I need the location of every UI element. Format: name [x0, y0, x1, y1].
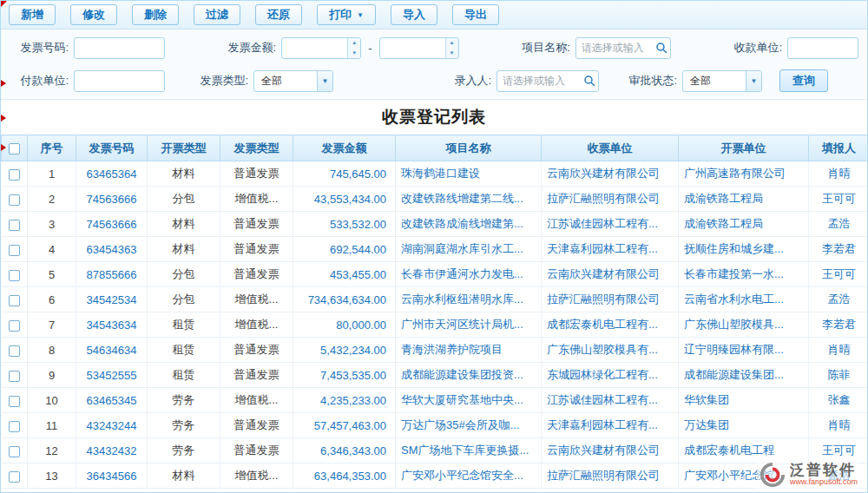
row-checkbox-cell — [2, 187, 28, 212]
filter-button[interactable]: 过滤 — [194, 4, 240, 25]
invoice-number-link[interactable]: 53452555 — [87, 369, 137, 382]
invoice-number-link[interactable]: 43432432 — [87, 444, 137, 457]
invoice-number-link[interactable]: 34543634 — [87, 319, 137, 332]
invoice-number-link[interactable]: 63465345 — [87, 394, 137, 407]
column-header-2[interactable]: 开票类型 — [148, 135, 220, 161]
table-row[interactable]: 953452555租赁普通发票7,453,535.00成都能源建设集团投资...… — [2, 363, 868, 388]
invoice-number-link[interactable]: 63465364 — [87, 168, 137, 181]
amount-max-spin-buttons[interactable]: ▲▼ — [445, 38, 458, 58]
edit-button[interactable]: 修改 — [70, 4, 117, 25]
table-row[interactable]: 1336434566材料增值税...63,464,353.00广安邓小平纪念馆安… — [2, 463, 868, 489]
row-checkbox[interactable] — [9, 270, 20, 281]
cell-billing-type: 材料 — [148, 237, 220, 262]
cell-invoice-type: 普通发票 — [220, 338, 293, 363]
restore-button[interactable]: 还原 — [255, 4, 302, 25]
cell-invoice-type: 普通发票 — [220, 237, 293, 262]
invoice-number-link[interactable]: 74563666 — [87, 218, 137, 231]
row-checkbox[interactable] — [9, 446, 20, 457]
row-checkbox-cell — [2, 338, 28, 363]
search-icon[interactable] — [655, 42, 667, 54]
approval-status-select[interactable]: 全部 ▼ — [682, 70, 762, 92]
cell-amount: 5,432,234.00 — [293, 338, 396, 363]
table-row[interactable]: 274563666分包增值税...43,553,434.00改建铁路线增建第二线… — [2, 187, 868, 212]
chevron-down-icon[interactable]: ▼ — [746, 71, 761, 91]
row-checkbox[interactable] — [9, 245, 20, 256]
search-icon[interactable] — [583, 75, 595, 87]
amount-min-spin-buttons[interactable]: ▲▼ — [347, 38, 360, 58]
row-checkbox-cell — [2, 463, 28, 489]
row-checkbox[interactable] — [9, 345, 20, 357]
column-header-3[interactable]: 发票类型 — [220, 135, 293, 161]
row-checkbox[interactable] — [9, 320, 20, 332]
row-checkbox-cell — [2, 287, 28, 312]
column-header-1[interactable]: 发票号码 — [76, 135, 148, 161]
cell-amount: 57,457,463.00 — [293, 413, 396, 438]
export-button[interactable]: 导出 — [452, 4, 499, 25]
row-checkbox[interactable] — [9, 396, 20, 407]
cell-amount: 692,544.00 — [293, 237, 396, 262]
table-row[interactable]: 463454363材料普通发票692,544.00湖南洞庭湖水库引水工...天津… — [2, 237, 868, 262]
invoice-number-link[interactable]: 87855666 — [87, 268, 137, 281]
invoice-type-label: 发票类型: — [189, 73, 248, 89]
spin-up-icon[interactable]: ▲ — [348, 38, 360, 49]
cell-invoice-type: 增值税... — [220, 463, 293, 489]
invoice-number-link[interactable]: 63454363 — [87, 243, 137, 256]
row-checkbox[interactable] — [9, 220, 20, 231]
table-row[interactable]: 1143243244劳务普通发票57,457,463.00万达广场35#会所及咖… — [2, 413, 868, 438]
table-row[interactable]: 854634634租赁普通发票5,432,234.00青海洪湖养护院项目广东佛山… — [2, 338, 868, 363]
cell-filler: 孟浩 — [809, 212, 868, 237]
cell-invoice-type: 普通发票 — [220, 161, 293, 187]
table-row[interactable]: 163465364材料普通发票745,645.00珠海鹤港口建设云南欣兴建材有限… — [2, 161, 868, 187]
invoice-number-link[interactable]: 54634634 — [87, 344, 137, 357]
invoice-number-link[interactable]: 74563666 — [87, 193, 137, 206]
pay-unit-input[interactable] — [74, 70, 165, 92]
dropdown-caret-icon[interactable]: ▼ — [357, 11, 364, 19]
button-label: 修改 — [82, 7, 105, 23]
column-header-6[interactable]: 收票单位 — [542, 135, 679, 161]
row-checkbox[interactable] — [9, 371, 20, 382]
table-row[interactable]: 587855666分包普通发票453,455.00长春市伊通河水力发电...云南… — [2, 262, 868, 287]
cell-project: 广州市天河区统计局机... — [396, 312, 542, 338]
invoice-number-link[interactable]: 43243244 — [87, 419, 137, 432]
row-checkbox-cell — [2, 413, 28, 438]
table-row[interactable]: 374563666材料普通发票533,532.00改建铁路成渝线增建第...江苏… — [2, 212, 868, 237]
table-row[interactable]: 1243432432劳务普通发票6,346,343.00SM广场地下车库更换摄.… — [2, 438, 868, 463]
cell-issuer: 广东佛山塑胶模具... — [679, 312, 809, 338]
cell-billing-type: 分包 — [148, 287, 220, 312]
cell-amount: 4,235,233.00 — [293, 388, 396, 413]
row-checkbox[interactable] — [9, 421, 20, 432]
row-checkbox[interactable] — [9, 471, 20, 483]
cell-invoice-number: 63465364 — [76, 161, 148, 187]
invoice-number-link[interactable]: 36434566 — [87, 470, 137, 483]
query-button[interactable]: 查询 — [779, 69, 828, 92]
delete-button[interactable]: 删除 — [132, 4, 179, 25]
cell-project: 青海洪湖养护院项目 — [396, 338, 542, 363]
column-header-7[interactable]: 开票单位 — [679, 135, 809, 161]
receive-unit-input[interactable] — [787, 37, 858, 59]
cell-issuer: 云南省水利水电工... — [679, 287, 809, 312]
spin-down-icon[interactable]: ▼ — [446, 48, 458, 58]
cell-invoice-type: 增值税... — [220, 388, 293, 413]
invoice-number-link[interactable]: 34542534 — [87, 293, 137, 306]
invoice-type-select[interactable]: 全部 ▼ — [253, 70, 333, 92]
column-header-0[interactable]: 序号 — [28, 135, 76, 161]
spin-down-icon[interactable]: ▼ — [348, 48, 360, 58]
cell-filler: 张鑫 — [809, 388, 868, 413]
row-checkbox[interactable] — [9, 295, 20, 306]
column-header-4[interactable]: 发票金额 — [293, 135, 396, 161]
column-header-5[interactable]: 项目名称 — [396, 135, 542, 161]
cell-invoice-number: 74563666 — [76, 212, 148, 237]
print-button[interactable]: 打印▼ — [317, 4, 376, 25]
column-header-8[interactable]: 填报人 — [809, 135, 868, 161]
import-button[interactable]: 导入 — [391, 4, 437, 25]
table-row[interactable]: 1063465345劳务增值税...4,235,233.00华软大厦研究基地中央… — [2, 388, 868, 413]
table-row[interactable]: 734543634租赁增值税...80,000.00广州市天河区统计局机...成… — [2, 312, 868, 338]
chevron-down-icon[interactable]: ▼ — [317, 71, 332, 91]
row-checkbox[interactable] — [9, 169, 20, 181]
table-row[interactable]: 634542534分包增值税...734,634,634.00云南水利枢纽潜明水… — [2, 287, 868, 312]
row-checkbox[interactable] — [9, 194, 20, 206]
spin-up-icon[interactable]: ▲ — [446, 38, 458, 49]
select-all-checkbox[interactable] — [9, 143, 20, 154]
invoice-number-input[interactable] — [74, 37, 165, 59]
add-button[interactable]: 新增 — [9, 4, 56, 25]
